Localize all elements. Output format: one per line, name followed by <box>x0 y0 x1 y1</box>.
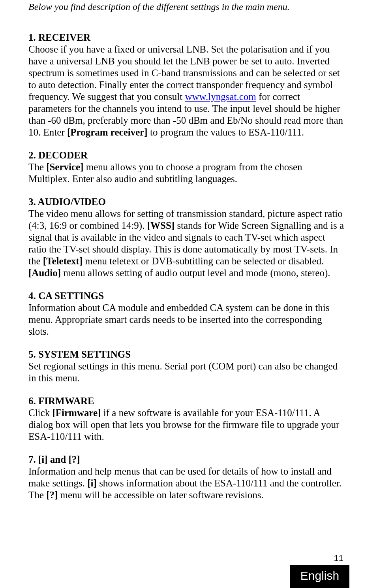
body-audiovideo: The video menu allows for setting of tra… <box>28 208 344 279</box>
body-info-help: Information and help menus that can be u… <box>28 466 344 501</box>
text: Click <box>28 407 52 418</box>
heading-firmware: 6. FIRMWARE <box>28 395 344 407</box>
intro-text: Below you find description of the differ… <box>28 0 344 13</box>
section-decoder: 2. DECODER The [Service] menu allows you… <box>28 149 344 185</box>
body-receiver: Choose if you have a fixed or universal … <box>28 43 344 138</box>
heading-info-help: 7. [i] and [?] <box>28 454 344 466</box>
body-firmware: Click [Firmware] if a new software is av… <box>28 407 344 443</box>
document-page: Below you find description of the differ… <box>0 0 379 588</box>
text: menu teletext or DVB-subtitling can be s… <box>83 256 324 266</box>
heading-receiver: 1. RECEIVER <box>28 32 344 43</box>
heading-ca: 4. CA SETTINGS <box>28 290 344 302</box>
program-receiver-label: [Program receiver] <box>67 127 148 138</box>
teletext-label: [Teletext] <box>43 256 83 266</box>
section-info-help: 7. [i] and [?] Information and help menu… <box>28 454 344 501</box>
body-ca: Information about CA module and embedded… <box>28 302 344 337</box>
language-tab: English <box>290 565 349 588</box>
service-label: [Service] <box>46 162 83 172</box>
page-number: 11 <box>334 553 343 564</box>
text: menu will be accessible on later softwar… <box>58 490 263 500</box>
body-decoder: The [Service] menu allows you to choose … <box>28 161 344 185</box>
wss-label: [WSS] <box>147 220 174 231</box>
i-label: [i] <box>87 478 97 488</box>
section-ca: 4. CA SETTINGS Information about CA modu… <box>28 290 344 337</box>
heading-audiovideo: 3. AUDIO/VIDEO <box>28 196 344 208</box>
firmware-label: [Firmware] <box>52 407 101 418</box>
text: to program the values to ESA-110/111. <box>148 127 304 138</box>
audio-label: [Audio] <box>28 268 61 278</box>
section-receiver: 1. RECEIVER Choose if you have a fixed o… <box>28 32 344 138</box>
section-firmware: 6. FIRMWARE Click [Firmware] if a new so… <box>28 395 344 443</box>
text: The <box>28 162 46 172</box>
heading-system: 5. SYSTEM SETTINGS <box>28 349 344 360</box>
section-system: 5. SYSTEM SETTINGS Set regional settings… <box>28 349 344 384</box>
text: menu allows setting of audio output leve… <box>61 268 330 278</box>
heading-decoder: 2. DECODER <box>28 149 344 161</box>
body-system: Set regional settings in this menu. Seri… <box>28 360 344 384</box>
section-audiovideo: 3. AUDIO/VIDEO The video menu allows for… <box>28 196 344 279</box>
lyngsat-link[interactable]: www.lyngsat.com <box>185 91 256 102</box>
question-label: [?] <box>46 490 58 500</box>
